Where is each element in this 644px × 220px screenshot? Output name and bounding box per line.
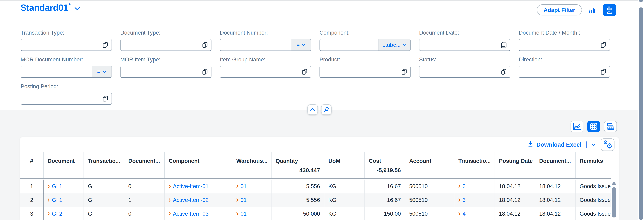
- column-header-cost-8[interactable]: Cost-5,919.56: [364, 152, 405, 178]
- column-header-document-12[interactable]: Document...: [535, 152, 575, 178]
- download-excel-link[interactable]: Download Excel: [528, 141, 581, 148]
- column-header-transactio-2[interactable]: Transactio...: [84, 152, 124, 178]
- nav-link[interactable]: Active-Item-03: [169, 210, 209, 217]
- filter-input[interactable]: [21, 66, 92, 77]
- value-help-button[interactable]: [99, 93, 112, 104]
- filter-field-document-date[interactable]: [419, 39, 510, 51]
- column-header-quantity-6[interactable]: Quantity430.447: [271, 152, 324, 178]
- filter-input[interactable]: [21, 93, 99, 104]
- nav-link[interactable]: 01: [236, 197, 247, 203]
- cell-link[interactable]: 3: [462, 197, 466, 203]
- nav-link[interactable]: 3: [458, 183, 466, 189]
- filter-input[interactable]: [220, 66, 298, 77]
- nav-link[interactable]: 3: [458, 197, 466, 203]
- column-header-document-3[interactable]: Document...: [124, 152, 164, 178]
- nav-link[interactable]: 4: [458, 210, 466, 217]
- filter-input[interactable]: [320, 39, 378, 51]
- column-header-component-4[interactable]: Component: [164, 152, 232, 178]
- cell-link[interactable]: 4: [462, 210, 466, 217]
- variant-selector-chevron-icon[interactable]: [74, 7, 80, 11]
- column-header-document-1[interactable]: Document: [43, 152, 84, 178]
- adapt-filter-button[interactable]: Adapt Filter: [537, 4, 582, 16]
- value-help-button[interactable]: [199, 66, 211, 77]
- column-header-col-0[interactable]: #: [20, 152, 43, 178]
- nav-link[interactable]: 01: [236, 183, 247, 189]
- nav-link[interactable]: Active-Item-02: [169, 197, 209, 203]
- table-row[interactable]: 1GI 1GI0Active-Item-01015.556KG16.675005…: [20, 179, 611, 193]
- filter-field-document-date-month[interactable]: [519, 39, 610, 51]
- filter-condition-dropdown[interactable]: =: [291, 39, 311, 51]
- table-scrollbar[interactable]: [612, 181, 616, 217]
- collapse-filter-bar-button[interactable]: [308, 104, 318, 115]
- cell-link[interactable]: Active-Item-03: [173, 210, 209, 217]
- filter-input[interactable]: [519, 39, 597, 51]
- value-help-button[interactable]: [99, 39, 112, 51]
- filter-field-document-number[interactable]: =: [220, 39, 311, 51]
- chart-view-button[interactable]: [570, 121, 583, 132]
- value-help-button[interactable]: [597, 39, 610, 51]
- page-title[interactable]: Standard01*: [20, 2, 70, 13]
- nav-link[interactable]: GI 1: [48, 197, 62, 203]
- filter-field-direction[interactable]: [519, 66, 610, 78]
- cell-link[interactable]: GI 1: [52, 183, 62, 189]
- filter-input[interactable]: [519, 66, 597, 77]
- column-header-uom-7[interactable]: UoM: [324, 152, 364, 178]
- filter-field-status[interactable]: [419, 66, 510, 78]
- filter-input[interactable]: [320, 66, 398, 77]
- details-view-button[interactable]: [604, 121, 617, 132]
- column-header-transactio-10[interactable]: Transactio...: [454, 152, 494, 178]
- filter-condition-dropdown[interactable]: ...abc...: [378, 39, 410, 51]
- download-options-chevron-icon[interactable]: [591, 143, 596, 146]
- column-header-account-9[interactable]: Account: [405, 152, 454, 178]
- filter-field-mor-item-type[interactable]: [120, 66, 212, 78]
- scroll-up-arrow-icon[interactable]: [612, 181, 616, 185]
- column-header-warehous-5[interactable]: Warehous...: [232, 152, 271, 178]
- filter-fields-button[interactable]: [603, 4, 616, 16]
- value-help-button[interactable]: [398, 66, 410, 77]
- cell-link[interactable]: Active-Item-02: [173, 197, 209, 203]
- filter-input[interactable]: [120, 66, 199, 77]
- cell-link[interactable]: 01: [240, 210, 247, 217]
- cell-link[interactable]: GI 1: [52, 197, 62, 203]
- filter-field-transaction-type[interactable]: [21, 39, 112, 51]
- value-help-button[interactable]: [498, 66, 510, 77]
- filter-input[interactable]: [420, 39, 498, 51]
- filter-condition-dropdown[interactable]: =: [92, 66, 112, 77]
- calendar-button[interactable]: [498, 39, 510, 51]
- cell-link[interactable]: Active-Item-01: [173, 183, 209, 189]
- cell-link[interactable]: 01: [240, 183, 247, 189]
- table-settings-button[interactable]: ⚙⚙: [601, 138, 614, 151]
- cell-link[interactable]: 01: [240, 197, 247, 203]
- value-help-button[interactable]: [597, 66, 610, 77]
- filter-field-mor-document-number[interactable]: =: [21, 66, 112, 78]
- pin-filter-bar-button[interactable]: [321, 104, 332, 115]
- bar-chart-icon[interactable]: [589, 6, 596, 14]
- filter-input[interactable]: [21, 39, 99, 51]
- column-header-posting-date-11[interactable]: Posting Date: [494, 152, 535, 178]
- filter-field-document-type[interactable]: [120, 39, 212, 51]
- nav-link[interactable]: Active-Item-01: [169, 183, 209, 189]
- filter-input[interactable]: [420, 66, 498, 77]
- filter-field-posting-period[interactable]: [21, 93, 112, 105]
- column-header-label: Component: [169, 158, 200, 164]
- value-help-button[interactable]: [199, 39, 211, 51]
- cell-transactio-10: 4: [454, 207, 494, 220]
- page-scrollbar-thumb[interactable]: [639, 8, 643, 220]
- nav-link[interactable]: GI 2: [48, 210, 62, 217]
- page-scrollbar[interactable]: [638, 0, 644, 220]
- nav-link[interactable]: 01: [236, 210, 247, 217]
- cell-link[interactable]: 3: [462, 183, 466, 189]
- value-help-button[interactable]: [298, 66, 311, 77]
- nav-link[interactable]: GI 1: [48, 183, 62, 189]
- filter-input[interactable]: [220, 39, 291, 51]
- column-header-remarks-13[interactable]: Remarks: [575, 152, 611, 178]
- table-row[interactable]: 2GI 1GI1Active-Item-02015.556KG16.675005…: [20, 193, 611, 207]
- table-view-button[interactable]: [587, 121, 600, 132]
- table-scrollbar-thumb[interactable]: [612, 187, 616, 217]
- filter-input[interactable]: [120, 39, 199, 51]
- filter-field-component[interactable]: ...abc...: [320, 39, 411, 51]
- table-row[interactable]: 3GI 2GI0Active-Item-030150.000KG150.0050…: [20, 207, 611, 220]
- filter-field-product[interactable]: [320, 66, 411, 78]
- cell-link[interactable]: GI 2: [52, 210, 62, 217]
- filter-field-item-group-name[interactable]: [220, 66, 311, 78]
